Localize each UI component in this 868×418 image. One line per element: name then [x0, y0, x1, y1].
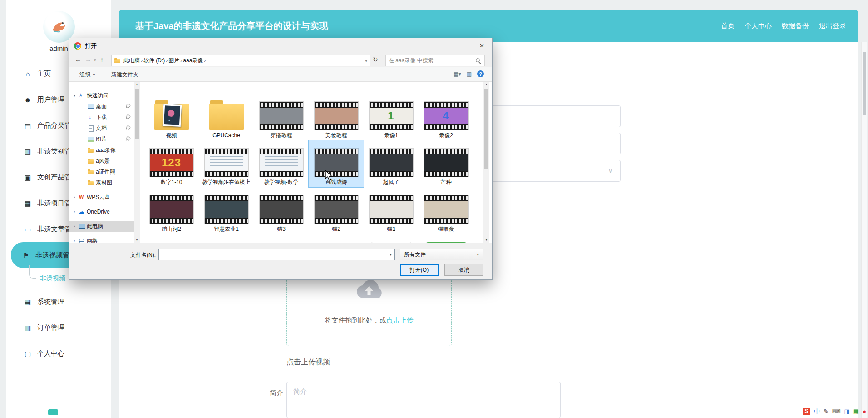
search-box[interactable] — [385, 55, 485, 66]
file-item-0[interactable]: 视频 — [144, 94, 199, 140]
tree-item-2[interactable]: 下载 — [69, 112, 134, 123]
file-item-21[interactable] — [309, 234, 364, 243]
content-scrollbar[interactable] — [861, 42, 867, 418]
tree-item-4[interactable]: 图片 — [69, 134, 134, 144]
extensions-icon[interactable]: ▦ — [853, 408, 859, 414]
file-item-8[interactable]: 教学视频-数学 — [254, 140, 309, 187]
forward-icon[interactable]: → — [85, 56, 91, 63]
sidebar-item-9[interactable]: ▦订单管理 — [6, 315, 111, 341]
tree-item-3[interactable]: 文档 — [69, 123, 134, 134]
panel-icon[interactable]: ◨ — [844, 408, 850, 414]
tree-item-label: 下载 — [96, 114, 107, 121]
file-item-6[interactable]: 123数字1-10 — [144, 140, 199, 187]
file-item-16[interactable]: 猫1 — [364, 187, 419, 234]
file-item-22[interactable] — [364, 234, 419, 243]
folder-icon — [88, 158, 94, 164]
tree-item-10[interactable]: ›OneDrive — [69, 206, 134, 217]
file-thumb — [144, 234, 199, 243]
scrollbar-thumb[interactable] — [135, 89, 139, 139]
file-item-14[interactable]: 猫3 — [254, 187, 309, 234]
header-nav-link-1[interactable]: 个人中心 — [745, 22, 772, 30]
intro-textarea[interactable]: 简介 — [286, 382, 561, 418]
grid-icon: ▦ — [24, 298, 32, 306]
file-item-9[interactable]: 百战成诗 — [309, 140, 364, 187]
video-thumbnail: 1 — [370, 102, 413, 130]
video-thumbnail — [315, 195, 358, 224]
cancel-button[interactable]: 取消 — [444, 264, 483, 276]
file-name: 踏山河2 — [162, 226, 181, 233]
file-item-23[interactable] — [419, 234, 473, 243]
back-icon[interactable]: ← — [75, 56, 81, 63]
file-item-13[interactable]: 智慧农业1 — [199, 187, 254, 234]
refresh-icon[interactable]: ↻ — [373, 56, 378, 63]
files-scrollbar[interactable]: ▲ ▼ — [483, 82, 489, 243]
search-input[interactable] — [389, 55, 474, 66]
pen-icon[interactable]: ✎ — [824, 408, 829, 414]
file-item-17[interactable]: 猫喂食 — [419, 187, 473, 234]
scrollbar-thumb[interactable] — [484, 89, 488, 169]
tree-item-8[interactable]: 素材图 — [69, 177, 134, 188]
file-item-12[interactable]: 踏山河2 — [144, 187, 199, 234]
tree-item-11[interactable]: ›此电脑 — [69, 221, 134, 232]
breadcrumb-segment-2[interactable]: 图片 — [168, 57, 179, 65]
sidebar-item-10[interactable]: ▢个人中心 — [6, 341, 111, 367]
organize-button[interactable]: 组织 ▼ — [79, 71, 96, 79]
breadcrumb-segment-3[interactable]: aaa录像 — [183, 57, 203, 65]
file-item-2[interactable]: 穿搭教程 — [254, 94, 309, 140]
scroll-down-icon[interactable]: ▼ — [134, 237, 140, 243]
file-item-5[interactable]: 4录像2 — [419, 94, 473, 140]
view-mode-icon[interactable]: ▦▾ — [453, 71, 461, 77]
breadcrumb-segment-1[interactable]: 软件 (D:) — [143, 57, 165, 65]
file-item-1[interactable]: GPUCache — [199, 94, 254, 140]
taskbar-item[interactable] — [48, 409, 58, 415]
file-item-3[interactable]: 美妆教程 — [309, 94, 364, 140]
tree-item-9[interactable]: ›WPS云盘 — [69, 192, 134, 203]
close-icon[interactable]: ✕ — [472, 38, 492, 53]
filename-input[interactable] — [159, 249, 385, 260]
open-button[interactable]: 打开(O) — [400, 264, 439, 276]
header-nav-link-2[interactable]: 数据备份 — [782, 22, 809, 30]
tree-item-7[interactable]: a证件照 — [69, 166, 134, 177]
file-item-4[interactable]: 1录像1 — [364, 94, 419, 140]
filename-combo[interactable]: ▾ — [158, 249, 395, 260]
file-item-15[interactable]: 猫2 — [309, 187, 364, 234]
tree-scrollbar[interactable]: ▲ ▼ — [134, 82, 140, 243]
file-thumb — [309, 140, 364, 178]
sogou-input-icon[interactable]: S — [803, 408, 810, 415]
up-icon[interactable]: ↑ — [100, 56, 104, 63]
file-item-10[interactable]: 起风了 — [364, 140, 419, 187]
address-bar[interactable]: 此电脑›软件 (D:)›图片›aaa录像› ▾ — [111, 55, 370, 66]
tree-item-12[interactable]: ›网络 — [69, 235, 134, 243]
filename-dropdown-icon[interactable]: ▾ — [390, 252, 392, 257]
address-dropdown-icon[interactable]: ▾ — [365, 59, 367, 63]
help-icon[interactable]: ? — [477, 70, 484, 77]
scrollbar-thumb[interactable] — [863, 52, 866, 115]
ime-language-icon[interactable]: 中 — [814, 408, 820, 414]
upload-link[interactable]: 点击上传 — [386, 316, 414, 324]
tree-item-6[interactable]: a风景 — [69, 155, 134, 166]
header-nav-link-0[interactable]: 首页 — [721, 22, 735, 30]
tree-item-0[interactable]: ▾快速访问 — [69, 90, 134, 101]
scroll-up-icon[interactable]: ▲ — [134, 82, 140, 87]
new-folder-button[interactable]: 新建文件夹 — [111, 71, 138, 79]
scroll-down-icon[interactable]: ▼ — [483, 237, 489, 243]
file-item-7[interactable]: 教学视频3-在酒楼上 — [199, 140, 254, 187]
notification-icon[interactable]: ● — [863, 408, 866, 414]
history-dropdown-icon[interactable]: ▾ — [94, 58, 96, 62]
preview-pane-icon[interactable]: ▥ — [467, 71, 472, 77]
tree-item-5[interactable]: aaa录像 — [69, 144, 134, 155]
breadcrumb-segment-0[interactable]: 此电脑 — [123, 57, 140, 65]
file-item-20[interactable] — [254, 234, 309, 243]
scroll-up-icon[interactable]: ▲ — [483, 82, 489, 87]
dialog-title: 打开 — [85, 42, 97, 50]
file-item-18[interactable] — [144, 234, 199, 243]
filetype-select[interactable]: 所有文件 ▾ — [400, 249, 483, 260]
sidebar-item-8[interactable]: ▦系统管理 — [6, 289, 111, 315]
sidebar-item-label: 订单管理 — [37, 323, 64, 332]
file-item-19[interactable] — [199, 234, 254, 243]
header-nav-link-3[interactable]: 退出登录 — [819, 22, 846, 30]
file-item-11[interactable]: 芒种 — [419, 140, 473, 187]
tree-item-1[interactable]: 桌面 — [69, 101, 134, 112]
dialog-titlebar[interactable]: 打开 ✕ — [69, 38, 492, 54]
keyboard-icon[interactable]: ⌨ — [832, 408, 841, 414]
